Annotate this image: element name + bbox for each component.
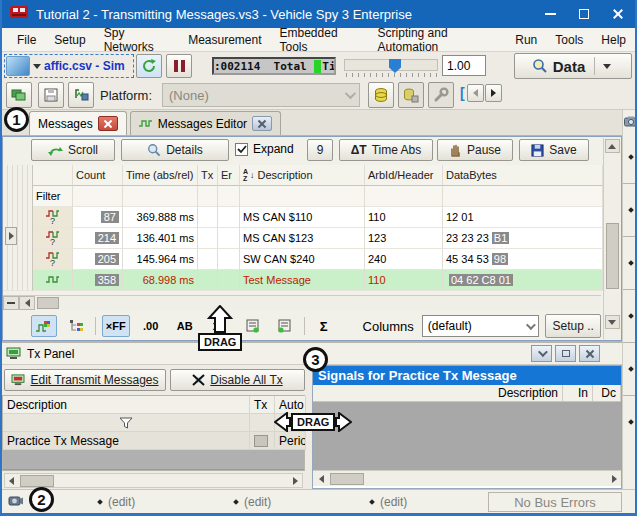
tx-hscroll-thumb[interactable] xyxy=(20,475,54,487)
cell-databytes[interactable]: 12 01 xyxy=(443,207,603,228)
tx-row-description[interactable]: Practice Tx Message xyxy=(3,432,250,450)
ascii-format-button[interactable]: AB xyxy=(172,315,198,337)
tx-filter-tx[interactable] xyxy=(250,414,275,432)
database-button[interactable] xyxy=(368,82,394,108)
pause-button[interactable]: Pause xyxy=(437,139,513,161)
maximize-button[interactable] xyxy=(567,0,601,28)
data-source-combo[interactable]: affic.csv - Sim xyxy=(4,54,134,78)
interpret-on-button[interactable] xyxy=(240,315,266,337)
filter-time[interactable] xyxy=(123,186,198,207)
cell-er[interactable] xyxy=(218,207,240,228)
menu-run[interactable]: Run xyxy=(506,30,546,50)
tree-view-button[interactable] xyxy=(63,315,89,337)
tab-messages-editor[interactable]: Messages Editor xyxy=(130,111,281,135)
slider-handle[interactable] xyxy=(389,59,401,73)
save-signal-button[interactable] xyxy=(68,82,94,108)
tx-hscrollbar[interactable] xyxy=(4,473,303,488)
menu-measurement[interactable]: Measurement xyxy=(179,30,270,50)
scroll-left-button[interactable] xyxy=(19,296,35,310)
nav-back-button[interactable] xyxy=(467,84,484,102)
cell-databytes[interactable]: 23 23 23B1 xyxy=(443,228,603,249)
cell-description[interactable]: MS CAN $123 xyxy=(240,228,365,249)
data-view-button[interactable]: Data xyxy=(514,53,632,79)
cell-description[interactable]: Test Message xyxy=(240,270,365,291)
arrow-right-icon[interactable] xyxy=(293,477,298,485)
count-mode-button[interactable]: 9 xyxy=(307,139,333,161)
cell-databytes[interactable]: 04 62 C8 01 xyxy=(443,270,603,291)
cell-tx[interactable] xyxy=(198,207,218,228)
messages-vscrollbar[interactable] xyxy=(603,138,620,339)
setup-button[interactable]: Setup .. xyxy=(545,314,601,338)
refresh-button[interactable] xyxy=(136,54,162,78)
cell-count[interactable]: 214 xyxy=(73,228,123,249)
save-button[interactable]: Save xyxy=(519,139,589,161)
column-header-arbid[interactable]: ArbId/Header xyxy=(365,165,443,186)
collapse-button[interactable] xyxy=(3,296,19,310)
menu-help[interactable]: Help xyxy=(592,30,635,50)
filter-er[interactable] xyxy=(218,186,240,207)
tx-panel-menu-button[interactable] xyxy=(531,345,552,362)
pause-playback-button[interactable] xyxy=(166,54,192,78)
cell-arbid[interactable]: 123 xyxy=(365,228,443,249)
cell-databytes[interactable]: 45 34 5398 xyxy=(443,249,603,270)
vscroll-thumb[interactable] xyxy=(606,223,619,289)
column-header-databytes[interactable]: DataBytes xyxy=(443,165,603,186)
options-button[interactable] xyxy=(428,82,454,108)
cell-time[interactable]: 68.998 ms xyxy=(123,270,198,291)
cell-er[interactable] xyxy=(218,228,240,249)
column-header-description[interactable]: AZ ↓ Description xyxy=(240,165,365,186)
dock-handle[interactable] xyxy=(628,154,634,160)
filter-databytes[interactable] xyxy=(443,186,603,207)
filter-arbid[interactable] xyxy=(365,186,443,207)
cell-time[interactable]: 369.888 ms xyxy=(123,207,198,228)
cell-tx[interactable] xyxy=(198,228,218,249)
scroll-up-button[interactable] xyxy=(605,139,620,153)
expand-checkbox[interactable] xyxy=(235,143,248,156)
status-edit-2[interactable]: (edit) xyxy=(234,495,271,509)
tx-col-description[interactable]: Description xyxy=(3,396,250,414)
signal-view-button[interactable] xyxy=(31,315,57,337)
cell-arbid[interactable]: 110 xyxy=(365,207,443,228)
tab-messages[interactable]: Messages xyxy=(29,111,127,135)
dock-handle[interactable] xyxy=(628,366,634,372)
menu-file[interactable]: File xyxy=(8,30,45,50)
column-header-er[interactable]: Er xyxy=(218,165,240,186)
signals-col-dc[interactable]: Dc xyxy=(593,385,621,401)
cell-er[interactable] xyxy=(218,249,240,270)
tab-messages-editor-close-button[interactable] xyxy=(252,116,272,131)
dock-handle[interactable] xyxy=(628,313,634,319)
status-edit-1[interactable]: (edit) xyxy=(98,495,135,509)
chevron-down-icon[interactable] xyxy=(603,64,611,69)
cell-arbid[interactable]: 110 xyxy=(365,270,443,291)
time-abs-button[interactable]: ΔT Time Abs xyxy=(339,139,433,161)
save-setup-button[interactable] xyxy=(38,82,64,108)
networks-button[interactable] xyxy=(6,82,32,108)
arrow-right-icon[interactable] xyxy=(612,475,617,483)
tx-col-tx[interactable]: Tx xyxy=(250,396,275,414)
playback-rate-slider[interactable] xyxy=(344,59,438,71)
menu-setup[interactable]: Setup xyxy=(45,30,94,50)
details-button[interactable]: Details xyxy=(121,139,229,161)
expand-checkbox-group[interactable]: Expand xyxy=(235,142,294,156)
close-button[interactable] xyxy=(601,0,635,28)
platform-dropdown[interactable]: (None) xyxy=(162,83,360,107)
hscroll-thumb[interactable] xyxy=(37,297,59,309)
signals-col-description[interactable]: Description xyxy=(313,385,563,401)
database-save-button[interactable] xyxy=(398,82,424,108)
disable-all-tx-button[interactable]: Disable All Tx xyxy=(170,369,305,391)
cell-count[interactable]: 358 xyxy=(73,270,123,291)
column-header-icon[interactable] xyxy=(33,165,73,186)
tx-checkbox[interactable] xyxy=(254,435,268,447)
signals-hscroll-thumb[interactable] xyxy=(330,473,364,485)
dock-handle[interactable] xyxy=(628,260,634,266)
tx-row-autotx[interactable]: Periodic xyxy=(275,432,306,450)
cell-er[interactable] xyxy=(218,270,240,291)
cell-arbid[interactable]: 240 xyxy=(365,249,443,270)
arrow-left-icon[interactable] xyxy=(9,477,14,485)
tab-messages-close-button[interactable] xyxy=(98,116,118,131)
rate-input[interactable] xyxy=(442,55,486,76)
menu-tools[interactable]: Tools xyxy=(546,30,592,50)
cell-tx[interactable] xyxy=(198,270,218,291)
interpret-off-button[interactable] xyxy=(272,315,298,337)
cell-description[interactable]: MS CAN $110 xyxy=(240,207,365,228)
